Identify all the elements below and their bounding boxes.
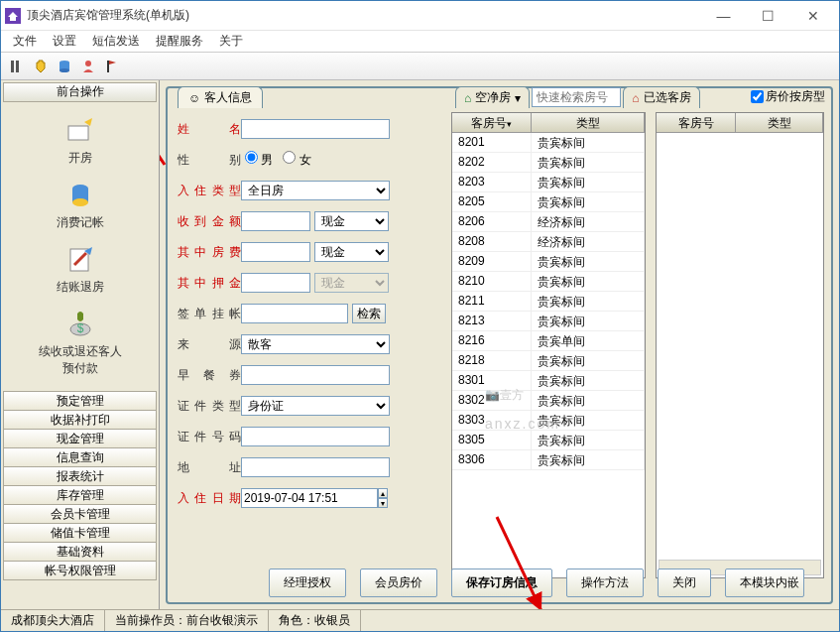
- table-row[interactable]: 8209贵宾标间: [452, 252, 645, 272]
- gh-room-no[interactable]: 客房号▾: [452, 113, 532, 132]
- table-row[interactable]: 8205贵宾标间: [452, 192, 645, 212]
- table-row[interactable]: 8210贵宾标间: [452, 272, 645, 292]
- sidebar-list-item-9[interactable]: 帐号权限管理: [3, 561, 157, 580]
- sidebar-list-item-4[interactable]: 报表统计: [3, 466, 157, 486]
- table-row[interactable]: 8303贵宾标间: [452, 411, 645, 431]
- table-row[interactable]: 8301贵宾标间: [452, 371, 645, 391]
- toolbar-btn-hand[interactable]: [31, 57, 51, 76]
- status-operator: 当前操作员：前台收银演示: [105, 610, 269, 631]
- table-row[interactable]: 8203贵宾标间: [452, 173, 645, 192]
- maximize-button[interactable]: ☐: [746, 2, 790, 30]
- close-panel-button[interactable]: 关闭: [658, 569, 711, 597]
- menu-0[interactable]: 文件: [5, 31, 45, 52]
- radio-male-label: 男: [261, 153, 273, 167]
- price-by-type-input[interactable]: [751, 90, 764, 103]
- tab-selected-rooms[interactable]: ⌂ 已选客房: [623, 86, 699, 108]
- lbl-id-type: 证件类型: [178, 398, 241, 415]
- sidebar-list-item-1[interactable]: 收据补打印: [3, 410, 157, 430]
- select-pay3: 现金: [314, 273, 389, 293]
- input-breakfast[interactable]: [241, 365, 390, 385]
- sidebar-list-item-3[interactable]: 信息查询: [3, 447, 157, 467]
- vacant-grid-body[interactable]: 8201贵宾标间8202贵宾标间8203贵宾标间8205贵宾标间8206经济标间…: [452, 133, 645, 577]
- sidebar-icon-item-2[interactable]: 结账退房: [1, 237, 159, 302]
- toolbar-btn-1[interactable]: [7, 57, 27, 76]
- radio-female[interactable]: 女: [283, 151, 310, 169]
- toolbar-btn-db[interactable]: [55, 57, 74, 76]
- close-button[interactable]: ✕: [790, 2, 835, 30]
- lbl-checkin-date: 入住日期: [178, 490, 241, 507]
- chevron-down-icon: ▾: [515, 91, 521, 105]
- mgr-auth-button[interactable]: 经理授权: [269, 569, 346, 597]
- guest-form: 姓 名 性 别 男 女 入住类型全日房 收到金额现金 其中房费现金 其中押金现金…: [178, 118, 425, 518]
- sidebar-icon-list: 开房消费记帐结账退房$续收或退还客人预付款: [1, 104, 159, 387]
- date-down[interactable]: ▾: [378, 498, 388, 508]
- panel: ☺ 客人信息 ⌂ 空净房 ▾ ⌂ 已选客房 房价按房型: [166, 86, 833, 604]
- input-room-fee[interactable]: [241, 242, 310, 262]
- table-row[interactable]: 8306贵宾标间: [452, 450, 645, 470]
- sidebar-list-item-7[interactable]: 储值卡管理: [3, 523, 157, 543]
- select-source[interactable]: 散客: [241, 334, 390, 354]
- search-button[interactable]: 检索: [352, 304, 386, 323]
- toolbar-btn-user[interactable]: [78, 57, 98, 76]
- embed-button[interactable]: 本模块内嵌: [725, 569, 804, 597]
- member-price-button[interactable]: 会员房价: [360, 569, 437, 597]
- input-sign[interactable]: [241, 304, 348, 323]
- save-button[interactable]: 保存订房信息: [451, 569, 552, 597]
- input-id-no[interactable]: [241, 427, 390, 446]
- input-deposit[interactable]: [241, 273, 310, 293]
- sidebar-list-item-8[interactable]: 基础资料: [3, 542, 157, 562]
- sidebar-list-item-0[interactable]: 预定管理: [3, 391, 157, 411]
- sidebar-icon-item-1[interactable]: 消费记帐: [1, 173, 159, 237]
- lbl-room-fee: 其中房费: [178, 244, 241, 261]
- toolbar-btn-flag[interactable]: [102, 57, 122, 76]
- table-row[interactable]: 8206经济标间: [452, 212, 645, 232]
- minimize-button[interactable]: —: [701, 2, 746, 30]
- svg-rect-8: [107, 61, 109, 72]
- sidebar-list-item-5[interactable]: 库存管理: [3, 485, 157, 505]
- lbl-name: 姓 名: [178, 121, 241, 138]
- price-by-type-checkbox[interactable]: 房价按房型: [751, 88, 825, 105]
- table-row[interactable]: 8201贵宾标间: [452, 133, 645, 153]
- sidebar-list-item-2[interactable]: 现金管理: [3, 429, 157, 448]
- svg-text:$: $: [76, 321, 83, 335]
- select-pay2[interactable]: 现金: [314, 242, 389, 262]
- input-name[interactable]: [241, 119, 390, 139]
- select-pay1[interactable]: 现金: [314, 211, 389, 231]
- sidebar: 前台操作 开房消费记帐结账退房$续收或退还客人预付款 预定管理收据补打印现金管理…: [1, 80, 160, 609]
- sidebar-icon-item-3[interactable]: $续收或退还客人预付款: [1, 302, 159, 383]
- table-row[interactable]: 8202贵宾标间: [452, 153, 645, 173]
- input-checkin-date[interactable]: [241, 488, 378, 508]
- table-row[interactable]: 8302贵宾标间: [452, 391, 645, 411]
- lbl-amount: 收到金额: [178, 213, 241, 230]
- svg-point-6: [60, 68, 69, 72]
- gh2-type[interactable]: 类型: [736, 113, 823, 132]
- table-row[interactable]: 8305贵宾标间: [452, 431, 645, 450]
- gh2-room-no[interactable]: 客房号: [657, 113, 736, 132]
- gh-type[interactable]: 类型: [532, 113, 645, 132]
- table-row[interactable]: 8213贵宾标间: [452, 312, 645, 331]
- menu-1[interactable]: 设置: [45, 31, 84, 52]
- sidebar-list-item-6[interactable]: 会员卡管理: [3, 504, 157, 524]
- select-id-type[interactable]: 身份证: [241, 396, 390, 416]
- input-address[interactable]: [241, 457, 390, 477]
- input-amount[interactable]: [241, 211, 310, 231]
- table-row[interactable]: 8211贵宾标间: [452, 292, 645, 312]
- menu-3[interactable]: 提醒服务: [148, 31, 211, 52]
- quick-search-input[interactable]: [532, 87, 621, 107]
- selected-grid-body[interactable]: [657, 133, 823, 577]
- select-checkin-type[interactable]: 全日房: [241, 181, 390, 200]
- vacant-grid-header: 客房号▾ 类型: [452, 113, 645, 133]
- menu-4[interactable]: 关于: [211, 31, 251, 52]
- sidebar-icon-item-0[interactable]: 开房: [1, 108, 159, 173]
- radio-male[interactable]: 男: [245, 151, 273, 169]
- menu-2[interactable]: 短信发送: [84, 31, 148, 52]
- table-row[interactable]: 8208经济标间: [452, 232, 645, 252]
- tab-vacant[interactable]: ⌂ 空净房 ▾: [455, 86, 530, 108]
- tab-guest-info[interactable]: ☺ 客人信息: [178, 86, 263, 108]
- table-row[interactable]: 8216贵宾单间: [452, 331, 645, 351]
- date-up[interactable]: ▴: [378, 488, 388, 498]
- help-button[interactable]: 操作方法: [566, 569, 644, 597]
- sidebar-icon-0: [64, 114, 96, 146]
- main-area: 前台操作 开房消费记帐结账退房$续收或退还客人预付款 预定管理收据补打印现金管理…: [1, 80, 839, 609]
- table-row[interactable]: 8218贵宾标间: [452, 351, 645, 371]
